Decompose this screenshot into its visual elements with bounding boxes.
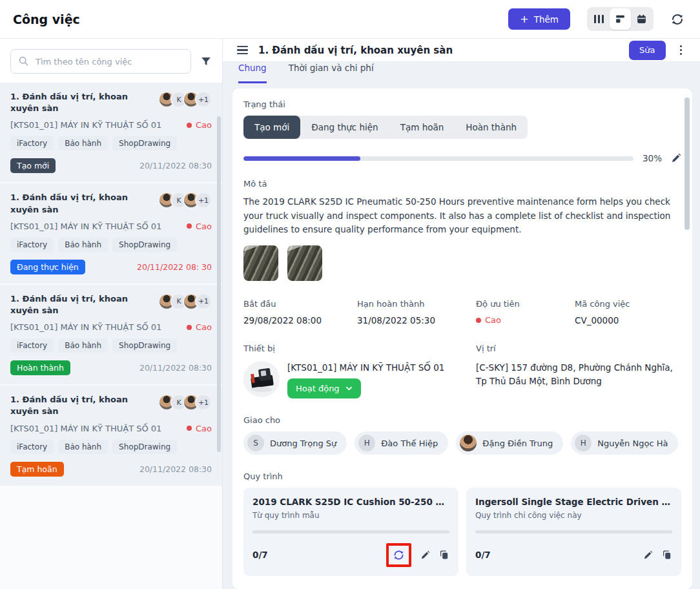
status-option-done[interactable]: Hoàn thành [455,116,528,139]
board-view-button[interactable] [610,8,631,30]
status-option-paused[interactable]: Tạm hoãn [389,116,455,139]
detail-scrollbar[interactable] [685,98,690,230]
attachment-photo[interactable] [287,245,322,281]
filter-funnel-icon [200,56,212,67]
edit-button[interactable]: Sửa [629,41,665,60]
page-title: Công việc [13,12,80,26]
calendar-icon [636,14,647,25]
task-equipment: [KTS01_01] MÁY IN KỸ THUẬT SỐ 01 [10,424,161,433]
avatar-more-badge: +1 [195,192,212,209]
priority-dot-icon [187,123,192,128]
equipment-status-label: Hoạt động [296,384,340,393]
avatar-more-badge: +1 [195,394,212,411]
equipment-status-dropdown[interactable]: Hoạt động [287,378,361,398]
annotation-highlight-box [386,543,411,567]
status-segmented-control: Tạo mới Đang thực hiện Tạm hoãn Hoàn thà… [243,116,528,139]
assignee-name: Nguyễn Ngọc Hà [597,439,668,448]
task-card-title: 1. Đánh dấu vị trí, khoan xuyên sàn [10,192,133,215]
filter-button[interactable] [200,56,212,67]
task-card-title: 1. Đánh dấu vị trí, khoan xuyên sàn [10,394,133,417]
workflow-card[interactable]: 2019 CLARK S25D IC Cushion 50-250 hours … [243,488,458,576]
sync-workflow-button[interactable] [393,549,405,561]
avatar-stack: K +1 [158,91,212,108]
task-card[interactable]: 1. Đánh dấu vị trí, khoan xuyên sàn K +1… [0,285,222,386]
copy-icon [439,550,449,560]
avatar: H [575,435,592,451]
priority-value: Cao [485,315,501,325]
workflow-card[interactable]: Ingersoll Single Stage Electric Driven R… [466,488,681,576]
edit-workflow-button[interactable] [643,550,653,560]
refresh-button[interactable] [668,10,687,29]
task-card[interactable]: 1. Đánh dấu vị trí, khoan xuyên sàn K +1… [0,386,222,486]
tag: iFactory [10,440,54,454]
priority-dot-icon [187,325,192,330]
assignee-chip[interactable]: H Đào Thế Hiệp [355,431,448,455]
kanban-view-button[interactable] [588,8,610,30]
detail-tabs: Chung Thời gian và chi phí [223,62,700,83]
priority-dot-icon [187,426,192,431]
avatar-stack: K +1 [158,394,212,411]
tag: Bảo hành [58,440,108,454]
tag: Bảo hành [58,238,108,252]
copy-workflow-button[interactable] [439,550,449,560]
detail-card: Trạng thái Tạo mới Đang thực hiện Tạm ho… [232,88,692,589]
search-icon [18,56,29,67]
status-section-label: Trạng thái [243,99,681,109]
sync-icon [393,549,405,561]
assignee-name: Dương Trọng Sự [270,439,336,448]
add-task-button[interactable]: + Thêm [508,8,570,30]
assignee-name: Đặng Điền Trung [482,439,553,448]
task-date: 20/11/2022 08:30 [139,464,212,474]
assignee-name: Đào Thế Hiệp [381,439,438,448]
pencil-icon [643,550,653,560]
task-card[interactable]: 1. Đánh dấu vị trí, khoan xuyên sàn K +1… [0,83,222,183]
copy-workflow-button[interactable] [662,550,672,560]
collapse-sidebar-icon[interactable] [237,46,248,55]
workflow-title: Ingersoll Single Stage Electric Driven R… [475,497,672,507]
more-options-icon[interactable] [676,43,686,58]
location-label: Vị trí [476,344,681,353]
tag: ShopDrawing [112,136,177,150]
pencil-icon [671,153,681,163]
task-card-title: 1. Đánh dấu vị trí, khoan xuyên sàn [10,293,133,316]
avatar-more-badge: +1 [195,91,212,108]
priority-label: Cao [196,424,212,433]
avatar-stack: K +1 [158,293,212,310]
status-badge: Hoàn thành [10,360,70,375]
assignees-label: Giao cho [243,415,681,425]
assignee-chip[interactable]: S Dương Trọng Sự [243,431,347,455]
equipment-image[interactable] [243,361,280,397]
start-value: 29/08/2022 08:00 [243,315,357,326]
task-date: 20/11/2022 08: 30 [137,262,212,272]
workflow-title: 2019 CLARK S25D IC Cushion 50-250 hours … [252,497,449,507]
workflow-step-count: 0/7 [475,550,643,560]
workflow-progress-bar [475,530,672,533]
status-option-new[interactable]: Tạo mới [243,116,300,139]
tag: iFactory [10,338,54,353]
equipment-name: [KTS01_01] MÁY IN KỸ THUẬT SỐ 01 [287,362,444,373]
search-input[interactable] [10,49,191,74]
tab-general[interactable]: Chung [238,63,267,83]
attachment-photo[interactable] [243,245,278,281]
task-card[interactable]: 1. Đánh dấu vị trí, khoan xuyên sàn K +1… [0,183,222,284]
kanban-columns-icon [594,15,604,23]
avatar: H [358,435,375,451]
refresh-icon [670,12,685,26]
assignee-chip[interactable]: H Nguyễn Ngọc Hà [571,431,678,455]
edit-workflow-button[interactable] [420,550,430,560]
top-header: Công việc + Thêm [0,0,700,39]
progress-bar [243,156,633,161]
task-date: 20/11/2022 08:30 [139,363,212,373]
tab-time-cost[interactable]: Thời gian và chi phí [289,63,374,83]
sidebar-scrollbar[interactable] [217,116,221,452]
assignee-chip[interactable]: Đặng Điền Trung [456,431,563,455]
priority-label: Cao [196,222,212,231]
status-option-in-progress[interactable]: Đang thực hiện [300,116,389,139]
edit-progress-button[interactable] [671,153,681,163]
deadline-value: 31/08/2022 05:30 [357,315,476,326]
workflows-label: Quy trình [243,471,681,481]
priority-dot-icon [476,318,481,323]
tag: iFactory [10,136,54,150]
calendar-view-button[interactable] [631,8,652,30]
avatar [460,435,477,451]
